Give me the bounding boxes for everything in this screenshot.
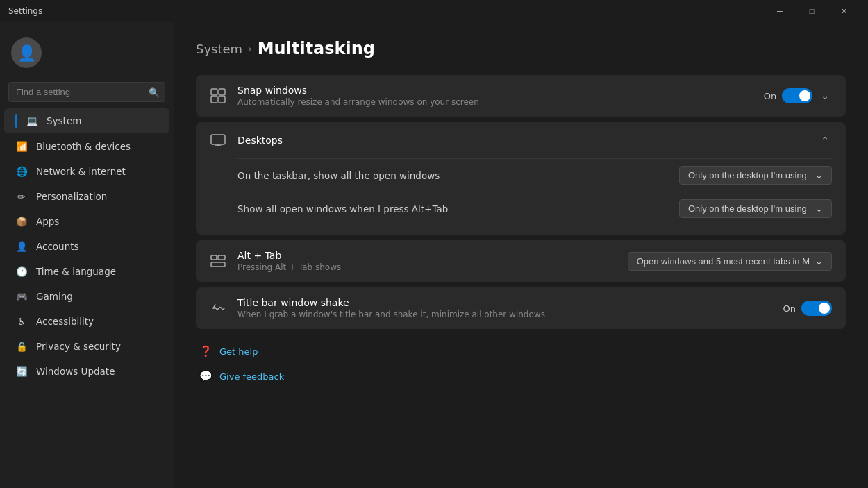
get-help-icon: ❓ [199, 344, 212, 358]
sidebar: 👤 🔍 💻 System 📶 Bluetooth & devices 🌐 Net… [0, 22, 174, 488]
title-bar-shake-subtitle: When I grab a window's title bar and sha… [237, 310, 772, 319]
sidebar-item-network[interactable]: 🌐 Network & internet [4, 160, 169, 183]
desktops-icon [210, 132, 226, 149]
title-bar-shake-toggle[interactable] [801, 301, 832, 316]
window-controls: ─ □ ✕ [764, 0, 860, 22]
breadcrumb-arrow: › [248, 43, 252, 54]
sidebar-item-personalization[interactable]: ✏️ Personalization [4, 185, 169, 208]
content-area: System › Multitasking Snap windows Autom… [174, 22, 868, 488]
toggle-thumb [799, 90, 810, 101]
system-icon: 💻 [26, 115, 38, 127]
title-bar-shake-title: Title bar window shake [237, 297, 772, 308]
desktop-row-0-value: Only on the desktop I'm using [688, 170, 807, 180]
svg-rect-7 [211, 255, 217, 260]
search-input[interactable] [8, 82, 165, 102]
title-bar-shake-controls: On [783, 301, 832, 316]
snap-windows-card: Snap windows Automatically resize and ar… [196, 75, 846, 117]
sidebar-item-apps[interactable]: 📦 Apps [4, 210, 169, 233]
alttab-icon [210, 253, 226, 269]
sidebar-item-privacy[interactable]: 🔒 Privacy & security [4, 335, 169, 358]
toggle-thumb-shake [819, 303, 830, 314]
give-feedback-link[interactable]: 💬 Give feedback [196, 365, 846, 387]
sidebar-label-time: Time & language [36, 266, 116, 277]
alttab-subtitle: Pressing Alt + Tab shows [237, 262, 617, 272]
breadcrumb: System › Multitasking [196, 39, 846, 58]
sidebar-label-personalization: Personalization [36, 191, 107, 202]
sidebar-label-network: Network & internet [36, 166, 126, 177]
title-bar-shake-icon [210, 300, 226, 317]
search-icon: 🔍 [149, 87, 160, 97]
desktop-row-1-value: Only on the desktop I'm using [688, 203, 807, 214]
accounts-icon: 👤 [15, 240, 28, 253]
sidebar-item-update[interactable]: 🔄 Windows Update [4, 360, 169, 383]
sidebar-item-bluetooth[interactable]: 📶 Bluetooth & devices [4, 135, 169, 158]
desktops-collapse-icon[interactable]: ⌃ [818, 132, 832, 149]
avatar: 👤 [11, 37, 42, 68]
alttab-text: Alt + Tab Pressing Alt + Tab shows [237, 250, 617, 272]
snap-windows-subtitle: Automatically resize and arrange windows… [237, 97, 753, 107]
snap-windows-title: Snap windows [237, 85, 753, 96]
snap-windows-controls: On ⌄ [764, 87, 832, 104]
title-bar-shake-text: Title bar window shake When I grab a win… [237, 297, 772, 319]
svg-rect-1 [219, 89, 225, 95]
sidebar-label-gaming: Gaming [36, 291, 73, 302]
dropdown-1-chevron-icon: ⌄ [815, 203, 823, 214]
sidebar-item-accounts[interactable]: 👤 Accounts [4, 235, 169, 258]
sidebar-label-system: System [47, 115, 81, 126]
gaming-icon: 🎮 [15, 290, 28, 303]
snap-windows-toggle[interactable] [782, 88, 812, 103]
title-bar-shake-toggle-label: On [783, 303, 796, 314]
get-help-link[interactable]: ❓ Get help [196, 340, 846, 362]
sidebar-item-time[interactable]: 🕐 Time & language [4, 260, 169, 283]
privacy-icon: 🔒 [15, 340, 28, 353]
sidebar-item-accessibility[interactable]: ♿ Accessibility [4, 310, 169, 333]
desktop-row-1-label: Show all open windows when I press Alt+T… [237, 203, 679, 214]
desktop-row-1-dropdown[interactable]: Only on the desktop I'm using ⌄ [679, 199, 832, 218]
desktops-card: Desktops ⌃ On the taskbar, show all the … [196, 122, 846, 235]
breadcrumb-current: Multitasking [258, 39, 375, 58]
close-button[interactable]: ✕ [828, 0, 860, 22]
alttab-dropdown[interactable]: Open windows and 5 most recent tabs in M… [628, 252, 832, 271]
alttab-row: Alt + Tab Pressing Alt + Tab shows Open … [196, 240, 846, 282]
get-help-label: Get help [219, 346, 258, 357]
maximize-button[interactable]: □ [796, 0, 828, 22]
desktop-row-0: On the taskbar, show all the open window… [237, 158, 832, 192]
active-indicator [15, 114, 17, 128]
svg-rect-2 [211, 96, 217, 103]
sidebar-label-apps: Apps [36, 216, 59, 227]
title-bar-shake-card: Title bar window shake When I grab a win… [196, 287, 846, 329]
profile-section: 👤 [0, 29, 174, 79]
desktop-row-0-dropdown[interactable]: Only on the desktop I'm using ⌄ [679, 166, 832, 185]
alttab-chevron-icon: ⌄ [815, 256, 823, 267]
sidebar-item-gaming[interactable]: 🎮 Gaming [4, 285, 169, 308]
bluetooth-icon: 📶 [15, 140, 28, 153]
apps-icon: 📦 [15, 215, 28, 228]
desktops-header: Desktops ⌃ [196, 122, 846, 158]
give-feedback-label: Give feedback [219, 371, 284, 382]
desktop-row-1: Show all open windows when I press Alt+T… [237, 192, 832, 225]
accessibility-icon: ♿ [15, 315, 28, 328]
snap-windows-row: Snap windows Automatically resize and ar… [196, 75, 846, 117]
search-box: 🔍 [8, 82, 165, 102]
alttab-title: Alt + Tab [237, 250, 617, 261]
network-icon: 🌐 [15, 165, 28, 178]
desktops-body: On the taskbar, show all the open window… [196, 158, 846, 235]
sidebar-label-bluetooth: Bluetooth & devices [36, 141, 131, 152]
app-title: Settings [8, 6, 764, 16]
alttab-value: Open windows and 5 most recent tabs in M [637, 256, 810, 267]
breadcrumb-parent[interactable]: System [196, 42, 242, 56]
sidebar-label-accessibility: Accessibility [36, 316, 94, 327]
svg-rect-3 [219, 96, 225, 103]
snap-windows-icon [210, 87, 226, 104]
app-body: 👤 🔍 💻 System 📶 Bluetooth & devices 🌐 Net… [0, 22, 868, 488]
titlebar: Settings ─ □ ✕ [0, 0, 868, 22]
svg-rect-4 [211, 135, 225, 144]
desktops-title: Desktops [237, 135, 807, 146]
alttab-card: Alt + Tab Pressing Alt + Tab shows Open … [196, 240, 846, 282]
minimize-button[interactable]: ─ [764, 0, 796, 22]
desktop-row-0-label: On the taskbar, show all the open window… [237, 170, 679, 181]
snap-windows-expand-icon[interactable]: ⌄ [818, 87, 832, 104]
sidebar-item-system[interactable]: 💻 System [4, 108, 169, 133]
dropdown-0-chevron-icon: ⌄ [815, 170, 823, 180]
personalization-icon: ✏️ [15, 190, 28, 203]
